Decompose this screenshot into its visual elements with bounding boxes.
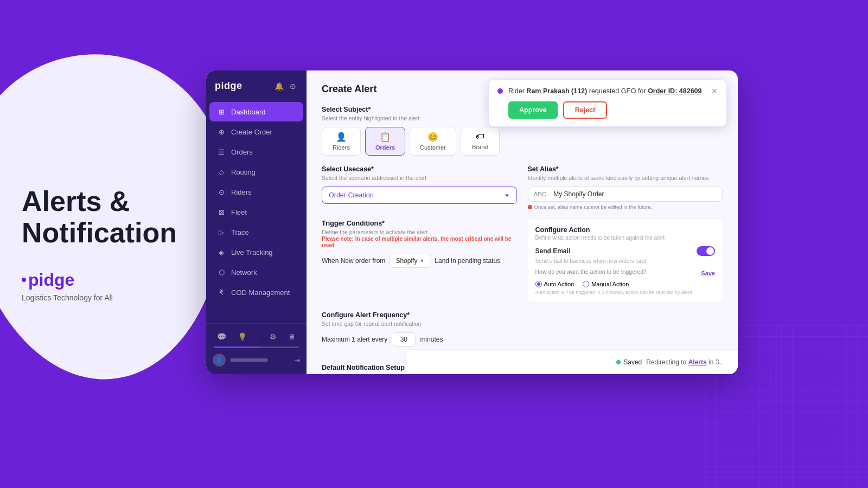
sidebar-item-fleet[interactable]: ⊠ Fleet: [209, 202, 303, 222]
brand-name: pidge: [22, 270, 195, 290]
trigger-section: Trigger Conditions* Define the parameter…: [322, 220, 517, 301]
sidebar-item-label: Orders: [231, 148, 253, 156]
order-link[interactable]: Order ID: 482609: [648, 87, 701, 95]
sidebar-item-trace[interactable]: ▷ Trace: [209, 222, 303, 242]
usecase-dropdown[interactable]: Order Creation ▼: [322, 187, 517, 204]
configure-action-sublabel: Define what action needs to be taken aga…: [535, 235, 716, 241]
frequency-section: Configure Alert Frequency* Set time gap …: [322, 311, 723, 346]
rider-name: Ram Prakash (112): [526, 87, 587, 95]
lightbulb-icon[interactable]: 💡: [238, 332, 247, 341]
sidebar-item-label: Live Tracking: [231, 248, 273, 256]
logout-icon[interactable]: ⇥: [294, 356, 300, 364]
riders-subject-icon: 👤: [336, 132, 347, 142]
alias-input[interactable]: [553, 190, 717, 198]
saved-label: Saved: [623, 358, 642, 366]
sidebar-header-icons: 🔔 ⊙: [274, 81, 298, 91]
alias-sublabel: Identify multiple alerts of same kind ea…: [528, 175, 723, 181]
notif-header: Rider Ram Prakash (112) requested GEO fo…: [497, 87, 718, 95]
usecase-alias-row: Select Usecase* Select the scenario addr…: [322, 165, 723, 210]
auto-action-label: Auto Action: [544, 281, 575, 287]
subject-options: 👤 Riders 📋 Orders 😊 Customer 🏷 Brand: [322, 127, 723, 156]
alias-label: Set Alias*: [528, 165, 723, 173]
chat-icon[interactable]: 💬: [217, 332, 226, 341]
redirect-link[interactable]: Alerts: [688, 358, 707, 366]
sidebar-item-create-order[interactable]: ⊕ Create Order: [209, 122, 303, 142]
auto-action-option[interactable]: Auto Action: [535, 281, 575, 287]
network-icon: ⬡: [217, 268, 226, 277]
app-window: pidge 🔔 ⊙ ⊞ Dashboard ⊕ Create Order ☰ O…: [206, 70, 738, 374]
subject-option-brand[interactable]: 🏷 Brand: [461, 127, 500, 156]
frequency-sublabel: Set time gap for repeat alert notificati…: [322, 320, 723, 327]
reject-button[interactable]: Reject: [563, 101, 608, 119]
progress-bar: [214, 346, 299, 348]
progress-fill: [214, 346, 260, 348]
subject-option-customer[interactable]: 😊 Customer: [410, 127, 456, 156]
sidebar-item-network[interactable]: ⬡ Network: [209, 262, 303, 282]
sidebar-item-label: Routing: [231, 168, 256, 176]
sidebar-item-label: Fleet: [231, 208, 247, 216]
live-tracking-icon: ◈: [217, 248, 226, 256]
notif-dot: [497, 88, 503, 94]
trigger-label: Trigger Conditions*: [322, 220, 517, 227]
brand-subject-label: Brand: [472, 144, 488, 150]
sidebar-item-live-tracking[interactable]: ◈ Live Tracking: [209, 242, 303, 262]
sidebar-nav: ⊞ Dashboard ⊕ Create Order ☰ Orders ◇ Ro…: [206, 99, 307, 323]
how-triggered-label: How do you want the action to be trigger…: [535, 268, 647, 275]
send-email-sublabel: Send email to business when new orders l…: [535, 258, 716, 264]
warning-dot: [528, 205, 532, 209]
trigger-note: Please note:: [322, 236, 354, 242]
frequency-input[interactable]: [392, 332, 416, 346]
approve-button[interactable]: Approve: [508, 101, 558, 119]
chevron-down-icon: ▼: [419, 258, 424, 264]
orders-icon: ☰: [217, 147, 226, 156]
frequency-label: Configure Alert Frequency*: [322, 311, 723, 319]
brand-dot: [22, 278, 26, 282]
dashboard-icon: ⊞: [217, 107, 226, 116]
monitor-icon[interactable]: 🖥: [288, 332, 296, 341]
alias-input-row: ABC -: [528, 187, 723, 202]
configure-action-section: Configure Action Define what action need…: [528, 220, 723, 301]
trigger-suffix: Land in pending status: [435, 257, 500, 265]
alias-warning-text: Once set, alias name cannot be edited in…: [534, 204, 653, 210]
auto-action-note: Auto action will be triggered in 5 minut…: [535, 290, 716, 295]
bottom-bar: Saved Redirecting to Alerts in 3..: [407, 349, 738, 374]
send-email-row: Send Email: [535, 246, 716, 256]
manual-action-option[interactable]: Manual Action: [583, 281, 629, 287]
usecase-sublabel: Select the scenario addressed in the ale…: [322, 175, 517, 181]
notification-popup: Rider Ram Prakash (112) requested GEO fo…: [488, 79, 727, 127]
subject-option-riders[interactable]: 👤 Riders: [322, 127, 361, 156]
sidebar-item-dashboard[interactable]: ⊞ Dashboard: [209, 102, 303, 121]
riders-icon: ⊙: [217, 188, 226, 196]
sidebar-item-cod-management[interactable]: ₹ COD Management: [209, 282, 303, 302]
orders-subject-label: Orders: [375, 144, 395, 151]
sidebar-footer-icons: 💬 💡 ⚙ 🖥: [206, 329, 307, 344]
trigger-platform-select[interactable]: Shopify ▼: [390, 254, 430, 268]
usecase-value: Order Creation: [329, 191, 374, 199]
alias-warning: Once set, alias name cannot be edited in…: [528, 204, 723, 210]
sidebar-item-riders[interactable]: ⊙ Riders: [209, 182, 303, 202]
brand-subject-icon: 🏷: [476, 132, 484, 142]
auto-action-radio[interactable]: [535, 281, 542, 287]
chevron-down-icon: ▼: [505, 192, 510, 198]
sidebar-header: pidge 🔔 ⊙: [206, 70, 307, 99]
subject-option-orders[interactable]: 📋 Orders: [365, 127, 405, 156]
search-icon[interactable]: ⊙: [288, 81, 298, 91]
trigger-prefix: When New order from: [322, 257, 385, 265]
settings-icon[interactable]: ⚙: [270, 332, 277, 341]
redirect-text: Redirecting to Alerts in 3..: [646, 358, 723, 366]
hero-heading: Alerts & Notification: [22, 186, 195, 248]
send-email-toggle[interactable]: [697, 246, 715, 256]
sidebar-item-routing[interactable]: ◇ Routing: [209, 162, 303, 182]
customer-subject-label: Customer: [420, 144, 446, 151]
alias-section: Set Alias* Identify multiple alerts of s…: [528, 165, 723, 210]
close-icon[interactable]: ✕: [711, 87, 718, 95]
divider: [258, 332, 258, 341]
sidebar-item-label: Riders: [231, 188, 252, 196]
save-link[interactable]: Save: [701, 270, 715, 277]
manual-action-radio[interactable]: [583, 281, 589, 287]
sidebar-item-orders[interactable]: ☰ Orders: [209, 142, 303, 162]
brand-logo: pidge Logistics Technology for All: [22, 270, 195, 302]
frequency-row: Maximum 1 alert every minutes: [322, 332, 723, 346]
configure-action-title: Configure Action: [535, 226, 716, 234]
bell-icon[interactable]: 🔔: [274, 81, 284, 91]
